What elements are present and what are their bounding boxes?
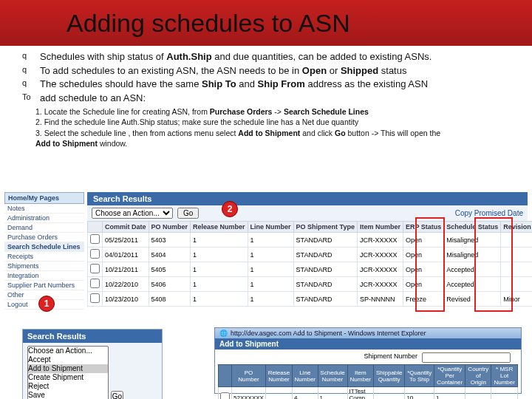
cell: STANDARD [293, 292, 357, 307]
row-checkbox[interactable] [90, 293, 100, 303]
cell: 5404 [149, 248, 191, 262]
action-dropdown[interactable]: Choose an Action...AcceptAdd to Shipment… [27, 346, 109, 399]
callout-2: 2 [222, 201, 238, 217]
pane-header: Add to Shipment [215, 338, 521, 349]
cell: JCR-XXXXX [357, 262, 403, 277]
go-button-2[interactable]: Go [111, 391, 123, 399]
add-to-shipment-window: 🌐 http://dev.asgec.com Add to Shipment -… [214, 327, 522, 394]
cell: SP-NNNNN [357, 292, 403, 307]
browser-title: http://dev.asgec.com Add to Shipment - W… [231, 330, 426, 337]
table-row[interactable]: 10/22/2010540611STANDARDJCR-XXXXXOpenAcc… [88, 277, 533, 292]
shipment-number-label: Shipment Number [364, 352, 417, 363]
row-checkbox[interactable] [90, 249, 100, 259]
bullet-marker: q [22, 78, 31, 91]
shipment-table: PO NumberRelease NumberLine NumberSchedu… [218, 364, 518, 399]
shipment-number-input[interactable] [422, 352, 511, 363]
results-panel: Search Results Choose an Action... Go Co… [87, 192, 528, 307]
cell [88, 292, 103, 307]
bullet-marker: q [22, 50, 31, 64]
cell: 1 [248, 248, 293, 262]
results-action-row: Choose an Action... Go Copy Promised Dat… [87, 205, 528, 221]
cell: 1 [248, 233, 293, 248]
sidebar-item[interactable]: Demand [4, 223, 84, 233]
col-header: Item Number [357, 222, 403, 233]
cell: JCR-XXXXX [357, 248, 403, 262]
globe-icon: 🌐 [219, 330, 228, 337]
go-button[interactable]: Go [177, 208, 199, 219]
results-header: Search Results [87, 192, 528, 205]
cell [88, 233, 103, 248]
cell: 1 [191, 248, 248, 262]
callout-1: 1 [38, 296, 55, 312]
cell: 04/01/2011 [103, 248, 149, 262]
cell: STANDARD [293, 262, 357, 277]
cell [88, 277, 103, 292]
cell: JCR-XXXXX [357, 277, 403, 292]
sidebar-item[interactable]: Shipments [4, 262, 84, 271]
slide-title-bar: Adding schedules to ASN [0, 0, 532, 46]
col-header: PO Shipment Type [293, 222, 357, 233]
sidebar-item[interactable]: Receipts [4, 252, 84, 262]
row-checkbox[interactable] [90, 264, 100, 273]
bullet-text: The schedules should have the same Ship … [40, 78, 428, 91]
nav-sidebar: Home/My Pages NotesAdministrationDemandP… [4, 192, 84, 310]
bullet-text: Schedules with ship status of Auth.Ship … [40, 50, 432, 64]
screenshot-main: Home/My Pages NotesAdministrationDemandP… [4, 192, 528, 318]
cell: 1 [191, 262, 248, 277]
sidebar-item[interactable]: Purchase Orders [4, 233, 84, 242]
col-header [88, 222, 103, 233]
bullet-text: To add schedules to an existing ASN, the… [40, 64, 406, 78]
bullet-row: qSchedules with ship status of Auth.Ship… [22, 50, 522, 64]
cell: STANDARD [293, 233, 357, 248]
action-select[interactable]: Choose an Action... [92, 208, 173, 219]
cell: 1 [248, 277, 293, 292]
bullet-row: qTo add schedules to an existing ASN, th… [22, 64, 522, 78]
cell: JCR-XXXXX [357, 233, 403, 248]
cell: 1 [191, 233, 248, 248]
sidebar-item[interactable]: Notes [4, 204, 84, 214]
bullet-row: Toadd schedule to an ASN: [22, 92, 522, 105]
cell: 1 [191, 277, 248, 292]
schedule-grid: Commit DatePO NumberRelease NumberLine N… [87, 221, 532, 307]
highlight-ship-status [474, 217, 513, 312]
copy-promised-link[interactable]: Copy Promised Date [455, 209, 523, 217]
cell: 5405 [149, 262, 191, 277]
row-checkbox[interactable] [90, 234, 100, 244]
browser-titlebar: 🌐 http://dev.asgec.com Add to Shipment -… [215, 328, 521, 338]
cell: 10/22/2010 [103, 277, 149, 292]
step-line: 3. Select the schedule line , then from … [35, 128, 522, 138]
cell: 05/25/2011 [103, 233, 149, 248]
step-line: 1. Locate the Schedule line for creating… [35, 106, 522, 117]
sidebar-item[interactable]: Integration [4, 271, 84, 281]
sr-header: Search Results [23, 330, 162, 343]
table-row[interactable]: 05/25/2011540311STANDARDJCR-XXXXXOpenMis… [88, 233, 533, 248]
action-menu-screenshot: Search Results Choose an Action...Accept… [22, 329, 163, 399]
bullet-row: qThe schedules should have the same Ship… [22, 78, 522, 91]
sidebar-item[interactable]: Search Schedule Lines [4, 242, 84, 252]
table-row[interactable]: 04/01/2011540411STANDARDJCR-XXXXXOpenMis… [88, 248, 533, 262]
col-header: Release Number [191, 222, 248, 233]
bullet-text: add schedule to an ASN: [40, 92, 146, 105]
bullet-marker: q [22, 64, 31, 78]
sidebar-item[interactable]: Supplier Part Numbers [4, 281, 84, 290]
sidebar-header: Home/My Pages [4, 192, 84, 204]
col-header: Commit Date [103, 222, 149, 233]
cell: 10/21/2011 [103, 262, 149, 277]
steps-list: 1. Locate the Schedule line for creating… [0, 106, 532, 153]
cell: 5408 [149, 292, 191, 307]
cell [88, 262, 103, 277]
table-row[interactable]: 10/23/2010540811STANDARDSP-NNNNNFreezeRe… [88, 292, 533, 307]
slide-title: Adding schedules to ASN [66, 9, 350, 38]
cell: 10/23/2010 [103, 292, 149, 307]
row-checkbox[interactable] [220, 392, 230, 399]
row-checkbox[interactable] [90, 279, 100, 288]
highlight-net-due [415, 217, 445, 312]
bullet-list: qSchedules with ship status of Auth.Ship… [0, 46, 532, 106]
cell: 1 [191, 292, 248, 307]
cell: 5403 [149, 233, 191, 248]
cell: STANDARD [293, 277, 357, 292]
table-row[interactable]: 10/21/2011540511STANDARDJCR-XXXXXOpenAcc… [88, 262, 533, 277]
cell: 1 [248, 262, 293, 277]
sidebar-item[interactable]: Administration [4, 214, 84, 223]
step-line: 2. Find the schedule line Auth.Ship stat… [35, 117, 522, 127]
